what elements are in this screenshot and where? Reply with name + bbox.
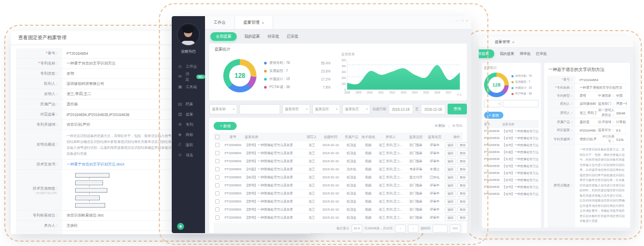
row-checkbox[interactable] [214,141,221,149]
sidebar-item-messages[interactable]: ✉消息99+ [172,71,205,82]
tab-proposal-management[interactable]: 提案管理 × [235,16,274,29]
sidebar-item-copyrights[interactable]: ©版权 [172,140,205,150]
row-checkbox[interactable] [214,190,221,197]
delete-button[interactable]: 删除 [457,167,469,172]
minimize-button[interactable]: — [456,19,459,22]
subtab-3[interactable]: 已审批 [287,34,298,39]
filter-input[interactable] [503,100,539,107]
page-size-select[interactable]: 20 ▾ [352,225,362,233]
prev-page-button[interactable]: ‹ [395,225,406,233]
patents-icon: ⊕ [178,122,183,127]
legend-item: 外观设计 : 1517.2% [264,75,337,83]
row-checkbox[interactable] [214,157,221,165]
export-action[interactable]: ⊡导出 [452,124,463,128]
column-header: 案号 [221,133,245,141]
mini-table-row[interactable]: PT2006836【发明】一种图像处理方法及装置 [484,163,539,170]
avatar[interactable] [177,23,200,46]
edit-button[interactable]: 编辑 [445,167,456,172]
edit-button[interactable]: 编辑 [445,175,456,180]
close-icon[interactable]: × [512,40,515,45]
mini-table-row[interactable]: PT2006836【发明】一种图像处理方法及装置 [484,135,539,142]
edit-button[interactable]: 编辑 [445,183,456,189]
delete-button[interactable]: 删除 [457,175,469,180]
edit-button[interactable]: 编辑 [445,215,456,221]
chevron-down-icon: ▾ [358,227,360,230]
edit-button[interactable]: 编辑 [445,199,456,205]
svg-text:400: 400 [341,64,346,67]
sidebar-item-proposals[interactable]: ▨提案 [172,109,205,119]
cell: 【发明】一种图像处理方法及装置 [502,184,539,190]
row-checkbox[interactable] [214,165,221,173]
mini-table-row[interactable]: PT2006836【发明】一种图像处理方法及装置 [484,142,539,149]
mini-table-row[interactable]: PT2006836【发明】一种图像处理方法及装置 [484,184,539,191]
edit-button[interactable]: 编辑 [445,158,456,164]
subtab-2[interactable]: 待审批 [267,34,279,39]
date-from-input[interactable]: 2016-12-18 [389,104,413,114]
delete-button[interactable]: 删除 [457,150,469,156]
sidebar-item-patents[interactable]: ⊕专利 [172,119,205,129]
mini-table-row[interactable]: PT2006836【发明】一种图像处理方法及装置 [484,177,539,184]
mini-table-row[interactable]: PT2006836【实用】一种图像处理方法及装置 [484,156,539,163]
edit-button[interactable]: 编辑 [445,191,456,197]
page-jump-input[interactable] [433,225,448,233]
cell: 评审中 [426,190,443,197]
filter-select-flow[interactable]: 提案流程▾ [312,104,340,114]
next-page-button[interactable]: › [408,225,419,233]
add-button[interactable]: + 新增 [214,122,237,130]
edit-button[interactable]: 编辑 [445,150,456,156]
subtab-3[interactable]: 已审批 [536,51,547,56]
edit-button[interactable]: 编辑 [445,142,456,148]
delete-button[interactable]: 删除 [457,183,469,189]
app-logo[interactable] [177,223,184,230]
attachment-link[interactable]: 一种基于语音的文字识别方法.docx [575,227,627,228]
delete-button[interactable]: 删除 [457,191,469,197]
tab-proposal-management[interactable]: 提案管理 [495,39,510,45]
keyword-input[interactable] [239,104,280,114]
close-icon[interactable]: × [262,20,265,25]
delete-button[interactable]: 删除 [457,142,469,148]
toolbar-separator: | [448,124,449,128]
sidebar-item-workbench[interactable]: ◎工作台 [172,61,205,71]
date-range-sep: 至 [415,107,419,112]
row-checkbox[interactable] [214,149,221,157]
select-all-checkbox[interactable] [214,133,221,141]
column-header: 所属产品 [342,133,361,141]
row-checkbox[interactable] [214,206,221,213]
row-checkbox[interactable] [214,214,221,221]
delete-action[interactable]: ⊟删除 [435,124,445,128]
field-label: 技术交底书： [16,160,62,169]
subtab-2[interactable]: 待审批 [519,51,530,56]
go-button[interactable]: GO [450,225,460,233]
mini-table-row[interactable]: PT2006836【发明】一种图像处理方法及装置 [484,170,539,177]
row-checkbox[interactable] [214,173,221,181]
field-value: 语音识别,声控 [575,134,596,144]
delete-button[interactable]: 删除 [457,207,469,213]
maximize-button[interactable]: □ [462,19,464,22]
subtab-0[interactable]: 全部提案 [210,32,237,41]
cell: 张三,李四,王二... [376,190,406,197]
row-checkbox[interactable] [214,198,221,205]
page-size-label: 每页显示 [336,226,349,231]
subtab-1[interactable]: 我的提案 [500,51,514,56]
edit-button[interactable]: 编辑 [445,207,456,213]
mini-table-row[interactable]: PT2006836【外观】一种图像处理方法及装置 [484,149,539,156]
date-to-input[interactable]: 2016-12-18 [421,104,445,114]
row-checkbox[interactable] [214,182,221,189]
close-button[interactable]: × [466,19,468,22]
sidebar-item-trademarks[interactable]: ◈商标 [172,129,205,140]
search-button[interactable]: 查询 [448,104,467,114]
filter-select-name[interactable]: 提案名称▾ [209,104,237,114]
subtab-1[interactable]: 我的提案 [244,34,260,39]
sidebar-item-toolbox[interactable]: ▣工具箱 [172,82,205,92]
proposals-icon: ▨ [178,112,183,117]
mini-table-row[interactable]: PT2006836【发明】一种图像处理方法及装置 [484,128,539,135]
filter-select-type[interactable]: 提案类型▾ [282,104,310,114]
mini-table-row[interactable]: PT2006836【发明】一种图像处理方法及装置 [484,191,539,198]
sidebar-item-archives[interactable]: ▤档案 [172,99,205,109]
delete-button[interactable]: 删除 [457,215,469,221]
filter-select-status[interactable]: 提案状态▾ [342,104,370,114]
sidebar-item-domains[interactable]: ⊙域名 [172,150,205,160]
delete-button[interactable]: 删除 [457,199,469,205]
tab-workbench[interactable]: 工作台 [205,16,235,29]
delete-button[interactable]: 删除 [457,158,469,164]
